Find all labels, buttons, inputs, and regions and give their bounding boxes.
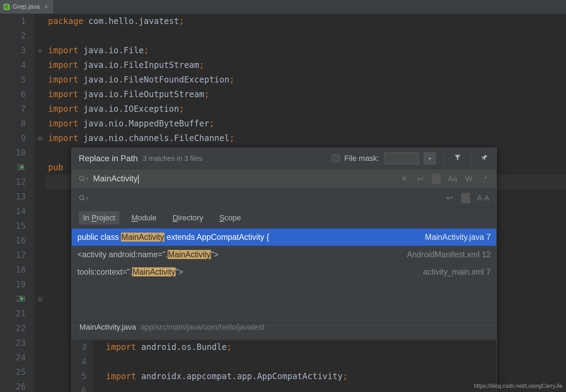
match-case-toggle[interactable]: Aa [448,174,457,183]
match-count-label: 3 matches in 3 files [143,155,202,163]
pin-icon[interactable] [480,154,489,163]
scope-module[interactable]: Module [127,211,161,225]
regex-toggle[interactable]: .* [480,174,489,183]
dialog-header: Replace in Path 3 matches in 3 files Fil… [72,148,496,169]
svg-point-2 [80,196,84,200]
file-mask-input[interactable] [384,152,419,164]
scope-project[interactable]: In Project [79,211,120,225]
result-row[interactable]: <activity android:name=".MainActivity">A… [72,246,496,263]
filter-icon[interactable] [453,154,462,163]
search-input[interactable]: MainActivity [93,174,395,184]
svg-line-3 [83,199,85,201]
scope-tabs: In Project Module Directory Scope [72,208,496,228]
dialog-title: Replace in Path [79,154,138,163]
newline-icon[interactable]: ↩ [445,194,454,203]
clear-icon[interactable]: ✕ [400,174,409,183]
file-mask-checkbox[interactable] [332,155,339,162]
newline-icon[interactable]: ↩ [416,174,425,183]
whole-word-toggle[interactable]: W [464,174,473,183]
preview-header: MainActivity.java app/src/main/java/com/… [72,322,496,340]
preview-filename: MainActivity.java [79,323,136,332]
file-mask-dropdown[interactable]: ▾ [424,152,436,164]
replace-history-icon[interactable]: ▾ [79,195,88,202]
replace-field-row: ▾ ↩ A·A [72,188,496,208]
search-history-icon[interactable]: ▾ [79,175,88,182]
preserve-case-toggle[interactable]: A·A [477,194,489,203]
fold-column: ⊝⊟⊟ [35,14,45,392]
editor-tab[interactable]: C Grep.java ✕ [0,0,54,14]
replace-in-path-dialog: Replace in Path 3 matches in 3 files Fil… [71,148,497,392]
results-list: public class MainActivity extends AppCom… [72,228,496,322]
scope-scope[interactable]: Scope [215,211,245,225]
line-number-gutter: 1234567891011121314151617181920212223242… [0,14,35,392]
preview-filepath: app/src/main/java/com/hello/javatest [141,323,265,332]
tab-filename: Grep.java [13,3,40,10]
editor-tab-bar: C Grep.java ✕ [0,0,566,14]
file-mask-label: File mask: [344,154,379,163]
java-class-icon: C [3,4,10,10]
result-row[interactable]: public class MainActivity extends AppCom… [72,228,496,246]
preview-code[interactable]: 3456 import android.os.Bundle;import and… [72,340,496,392]
svg-line-1 [83,180,85,181]
search-field-row: ▾ MainActivity ✕ ↩ Aa W .* [72,169,496,188]
scope-directory[interactable]: Directory [168,211,207,225]
watermark-text: https://blog.csdn.net/LosingCarryJie [474,383,563,389]
result-row[interactable]: tools:context=".MainActivity">activity_m… [72,263,496,281]
close-icon[interactable]: ✕ [44,3,48,10]
svg-point-0 [80,176,84,180]
